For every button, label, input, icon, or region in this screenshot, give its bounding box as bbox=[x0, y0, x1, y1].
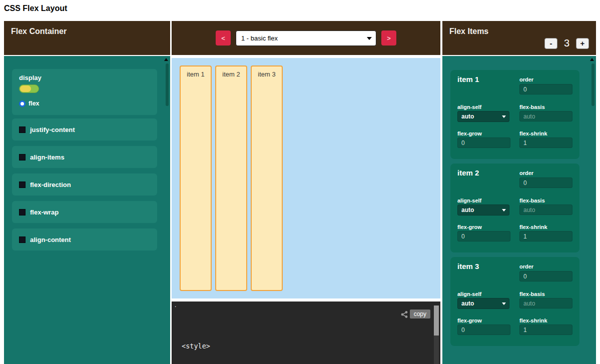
flex-container-panel: display flex justify-content align-items… bbox=[4, 56, 170, 364]
flex-grow-label: flex-grow bbox=[457, 318, 482, 324]
flex-shrink-input[interactable] bbox=[519, 231, 572, 242]
app-window: CSS Flex Layout Flex Container display f… bbox=[0, 0, 600, 364]
flex-container-header: Flex Container bbox=[4, 21, 170, 55]
flex-items-header: Flex Items - 3 + bbox=[442, 21, 596, 55]
share-icon[interactable] bbox=[400, 310, 408, 318]
display-flex-radio-label: flex bbox=[29, 100, 40, 107]
add-item-button[interactable]: + bbox=[576, 38, 589, 49]
order-label: order bbox=[519, 76, 533, 82]
flex-basis-label: flex-basis bbox=[519, 104, 545, 110]
order-label: order bbox=[519, 264, 533, 270]
scroll-up-icon[interactable] bbox=[590, 58, 594, 61]
code-line: <style> bbox=[182, 342, 259, 351]
scrollbar[interactable] bbox=[591, 64, 594, 106]
flex-grow-input[interactable] bbox=[457, 324, 510, 335]
option-row-align-content: align-content bbox=[12, 228, 157, 250]
code-panel: . copy <style> .flex-container { display… bbox=[172, 302, 440, 364]
justify-content-checkbox[interactable] bbox=[19, 126, 26, 133]
flex-basis-label: flex-basis bbox=[519, 291, 545, 297]
item-count: 3 bbox=[564, 38, 569, 49]
justify-content-label: justify-content bbox=[30, 126, 75, 134]
chevron-down-icon bbox=[502, 302, 506, 305]
item-card-2: item 2 order align-self auto flex-basis … bbox=[450, 164, 579, 252]
css-code-text: <style> .flex-container { display: flex; bbox=[182, 322, 259, 364]
order-label: order bbox=[519, 170, 533, 176]
flex-shrink-label: flex-shrink bbox=[519, 318, 547, 324]
display-label: display bbox=[19, 74, 42, 82]
item-card-name: item 3 bbox=[457, 262, 479, 270]
flex-direction-label: flex-direction bbox=[30, 181, 71, 188]
align-content-checkbox[interactable] bbox=[19, 236, 26, 243]
preset-select[interactable]: 1 - basic flex bbox=[236, 30, 376, 46]
option-row-flex-direction: flex-direction bbox=[12, 174, 157, 196]
flex-wrap-checkbox[interactable] bbox=[19, 209, 26, 216]
toggle-knob-icon bbox=[20, 86, 31, 92]
order-input[interactable] bbox=[519, 271, 572, 282]
code-panel-dot: . bbox=[175, 302, 176, 308]
code-scrollbar[interactable] bbox=[434, 306, 439, 364]
remove-item-button[interactable]: - bbox=[544, 38, 557, 49]
flex-grow-label: flex-grow bbox=[457, 130, 482, 136]
align-self-label: align-self bbox=[457, 198, 481, 204]
flex-grow-input[interactable] bbox=[457, 231, 510, 242]
display-section: display flex bbox=[12, 69, 157, 115]
order-input[interactable] bbox=[519, 178, 572, 188]
item-card-1: item 1 order align-self auto flex-basis … bbox=[450, 70, 579, 159]
display-flex-radio[interactable] bbox=[19, 100, 26, 107]
preview-flex-item: item 2 bbox=[215, 66, 247, 291]
option-row-justify-content: justify-content bbox=[12, 118, 157, 140]
option-row-flex-wrap: flex-wrap bbox=[12, 201, 157, 223]
copy-code-button[interactable]: copy bbox=[410, 310, 430, 318]
item-card-name: item 1 bbox=[457, 75, 479, 84]
chevron-down-icon bbox=[502, 116, 506, 118]
align-items-checkbox[interactable] bbox=[19, 154, 26, 160]
flex-wrap-label: flex-wrap bbox=[30, 208, 59, 216]
flex-container-title: Flex Container bbox=[4, 21, 170, 42]
flex-shrink-label: flex-shrink bbox=[519, 224, 547, 230]
prev-preset-button[interactable]: < bbox=[216, 30, 231, 46]
align-self-label: align-self bbox=[457, 104, 481, 110]
align-items-label: align-items bbox=[30, 154, 65, 161]
option-row-align-items: align-items bbox=[12, 146, 157, 168]
flex-items-panel: item 1 order align-self auto flex-basis … bbox=[442, 56, 596, 364]
chevron-down-icon bbox=[502, 209, 506, 212]
item-card-name: item 2 bbox=[457, 168, 479, 177]
flex-shrink-input[interactable] bbox=[519, 138, 572, 148]
flex-basis-input[interactable] bbox=[519, 298, 572, 308]
preview-flex-item: item 3 bbox=[251, 66, 283, 291]
next-preset-button[interactable]: > bbox=[381, 30, 396, 46]
flex-preview-container: item 1 item 2 item 3 bbox=[172, 58, 440, 298]
flex-shrink-label: flex-shrink bbox=[519, 130, 547, 136]
scroll-up-icon[interactable] bbox=[164, 58, 168, 61]
page-title: CSS Flex Layout bbox=[4, 4, 67, 13]
flex-direction-checkbox[interactable] bbox=[19, 182, 26, 188]
flex-basis-input[interactable] bbox=[519, 204, 572, 215]
preview-flex-item: item 1 bbox=[180, 66, 212, 291]
scrollbar[interactable] bbox=[166, 64, 169, 106]
flex-shrink-input[interactable] bbox=[519, 324, 572, 335]
code-scrollbar-thumb[interactable] bbox=[434, 306, 439, 336]
flex-grow-input[interactable] bbox=[457, 138, 510, 148]
item-card-3: item 3 order align-self auto flex-basis … bbox=[450, 257, 579, 346]
flex-grow-label: flex-grow bbox=[457, 224, 482, 230]
order-input[interactable] bbox=[519, 84, 572, 94]
align-content-label: align-content bbox=[30, 236, 71, 244]
chevron-down-icon bbox=[367, 37, 372, 40]
flex-basis-label: flex-basis bbox=[519, 198, 545, 204]
display-toggle[interactable] bbox=[19, 84, 39, 93]
flex-basis-input[interactable] bbox=[519, 111, 572, 122]
preset-header: < 1 - basic flex > bbox=[172, 21, 440, 55]
align-self-label: align-self bbox=[457, 291, 481, 297]
